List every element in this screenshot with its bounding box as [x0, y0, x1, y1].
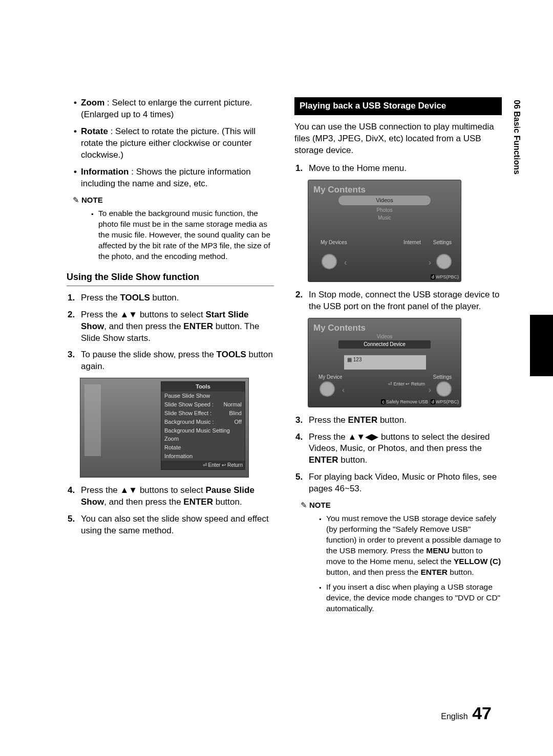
- edge-tab: [530, 315, 553, 376]
- device-box: ▦ 123: [344, 355, 426, 370]
- my-contents-screenshot-2: My Contents Videos Connected Device ▦ 12…: [308, 318, 461, 407]
- page-footer: English 47: [441, 702, 492, 725]
- slideshow-steps-contd: 4. Press the ▲▼ buttons to select Pause …: [68, 485, 274, 537]
- bullet-zoom: Zoom : Select to enlarge the current pic…: [74, 97, 274, 121]
- device-disc-icon: [320, 381, 335, 397]
- note-item: To enable the background music function,…: [91, 208, 274, 262]
- subheading-slideshow: Using the Slide Show function: [67, 271, 274, 286]
- intro-text: You can use the USB connection to play m…: [294, 121, 502, 157]
- note-icon: ✎: [301, 501, 307, 509]
- r-step-5: 5. For playing back Video, Music or Phot…: [295, 471, 502, 495]
- label-settings: Settings: [433, 239, 452, 246]
- nav-right-icon: ›: [429, 257, 431, 268]
- step-2: 2. Press the ▲▼ buttons to select Start …: [68, 309, 274, 344]
- note-heading: ✎NOTE: [73, 195, 274, 205]
- ribbon-music: Music: [338, 214, 431, 222]
- settings-gear-icon: [436, 381, 452, 397]
- note-icon: ✎: [73, 196, 79, 204]
- tools-panel: Tools Pause Slide Show Slide Show Speed …: [161, 381, 245, 470]
- ribbon-photos: Photos: [338, 206, 431, 214]
- right-column: Playing back a USB Storage Device You ca…: [294, 97, 502, 618]
- tools-panel-title: Tools: [161, 382, 245, 392]
- note-item: If you insert a disc when playing a USB …: [319, 582, 502, 614]
- note-item: You must remove the USB storage device s…: [319, 513, 502, 578]
- r-step-1: 1.Move to the Home menu.: [295, 163, 502, 175]
- slideshow-steps: 1. Press the TOOLS button. 2. Press the …: [68, 292, 274, 373]
- nav-right-icon: ›: [429, 384, 431, 396]
- note-list-right: You must remove the USB storage device s…: [319, 513, 502, 614]
- device-disc-icon: [322, 254, 337, 269]
- r-step-4: 4. Press the ▲▼◀▶ buttons to select the …: [295, 431, 502, 467]
- label-my-devices: My Devices: [321, 239, 347, 246]
- step-4: 4. Press the ▲▼ buttons to select Pause …: [68, 485, 274, 508]
- left-column: Zoom : Select to enlarge the current pic…: [67, 97, 274, 618]
- settings-gear-icon: [436, 254, 452, 269]
- bullet-rotate: Rotate : Select to rotate the picture. (…: [74, 126, 274, 161]
- ribbon-videos: Videos: [338, 196, 431, 205]
- step-5: 5. You can also set the slide show speed…: [68, 513, 274, 537]
- side-tab: 06 Basic Functions: [511, 100, 522, 175]
- tools-screenshot: Tools Pause Slide Show Slide Show Speed …: [80, 378, 249, 478]
- tools-panel-footer: ⏎ Enter ↩ Return: [161, 461, 245, 470]
- nav-left-icon: ‹: [344, 257, 347, 268]
- ribbon-connected-device: Connected Device: [338, 340, 431, 349]
- note-list: To enable the background music function,…: [91, 208, 274, 262]
- label-my-device: My Device: [318, 374, 343, 381]
- step-1: 1. Press the TOOLS button.: [68, 292, 274, 304]
- label-internet: Internet: [403, 239, 421, 246]
- shot-title: My Contents: [313, 184, 366, 196]
- feature-bullets: Zoom : Select to enlarge the current pic…: [74, 97, 274, 190]
- note-heading: ✎NOTE: [301, 500, 502, 510]
- footer-bar: dWPS(PBC): [431, 274, 459, 280]
- label-enter-return: ⏎ Enter ↩ Return: [388, 381, 425, 387]
- ribbon-videos: Videos: [338, 333, 431, 341]
- r-step-2: 2.In Stop mode, connect the USB storage …: [295, 289, 502, 313]
- r-step-3: 3. Press the ENTER button.: [295, 415, 502, 426]
- footer-bar: cSafely Remove USB dWPS(PBC): [381, 399, 459, 405]
- nav-left-icon: ‹: [342, 384, 345, 396]
- label-settings: Settings: [433, 374, 452, 381]
- my-contents-screenshot-1: My Contents Videos Photos Music My Devic…: [308, 180, 461, 282]
- bullet-information: Information : Shows the picture informat…: [74, 166, 274, 190]
- page-number: 47: [472, 703, 492, 723]
- section-banner: Playing back a USB Storage Device: [294, 97, 502, 115]
- step-3: 3. To pause the slide show, press the TO…: [68, 349, 274, 373]
